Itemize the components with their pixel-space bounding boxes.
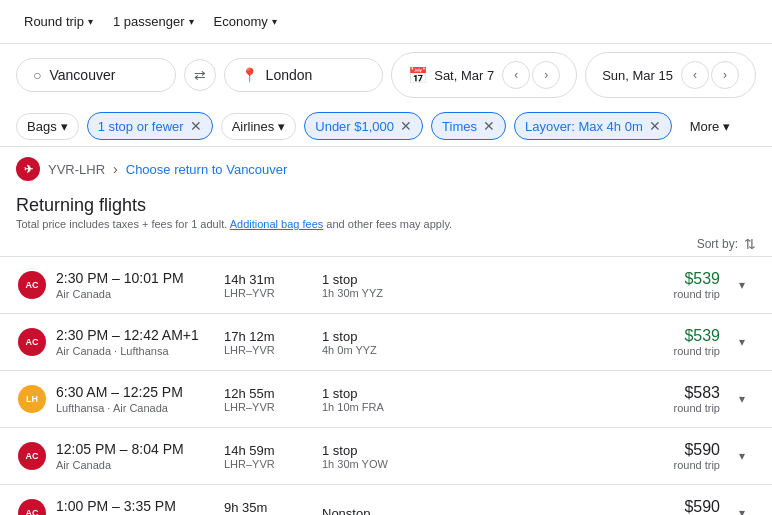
airline-names: Lufthansa · Air Canada bbox=[56, 402, 216, 414]
breadcrumb-code-label: YVR-LHR bbox=[48, 162, 105, 177]
flight-stops: 1 stop 1h 30m YOW bbox=[322, 443, 442, 470]
flight-stops: 1 stop 1h 10m FRA bbox=[322, 386, 442, 413]
depart-date-nav: ‹ › bbox=[502, 61, 560, 89]
return-date-label: Sun, Mar 15 bbox=[602, 68, 673, 83]
breadcrumb-separator: › bbox=[113, 161, 118, 177]
flight-row[interactable]: LH 6:30 AM – 12:25 PM Lufthansa · Air Ca… bbox=[0, 371, 772, 428]
stops-text: 1 stop bbox=[322, 329, 442, 344]
stops-detail: 1h 30m YOW bbox=[322, 458, 442, 470]
filter-times[interactable]: Times ✕ bbox=[431, 112, 506, 140]
cabin-class-chevron: ▾ bbox=[272, 16, 277, 27]
filter-price-close[interactable]: ✕ bbox=[400, 118, 412, 134]
filter-airlines-chevron: ▾ bbox=[278, 119, 285, 134]
return-next-button[interactable]: › bbox=[711, 61, 739, 89]
flight-row[interactable]: AC 1:00 PM – 3:35 PM Air Canada · Luftha… bbox=[0, 485, 772, 515]
duration-text: 14h 31m bbox=[224, 272, 314, 287]
expand-button[interactable]: ▾ bbox=[728, 385, 756, 413]
passengers-button[interactable]: 1 passenger ▾ bbox=[105, 8, 202, 35]
filter-airlines-label: Airlines bbox=[232, 119, 275, 134]
flight-price: $590 round trip bbox=[450, 498, 720, 515]
time-range: 6:30 AM – 12:25 PM bbox=[56, 384, 216, 400]
expand-button[interactable]: ▾ bbox=[728, 271, 756, 299]
destination-input[interactable]: 📍 London bbox=[224, 58, 384, 92]
filter-layover-close[interactable]: ✕ bbox=[649, 118, 661, 134]
price-amount: $539 bbox=[450, 270, 720, 288]
more-filters-chevron: ▾ bbox=[723, 119, 730, 134]
filter-stops-close[interactable]: ✕ bbox=[190, 118, 202, 134]
expand-button[interactable]: ▾ bbox=[728, 442, 756, 470]
swap-button[interactable]: ⇄ bbox=[184, 59, 216, 91]
section-header: Returning flights Total price includes t… bbox=[0, 191, 772, 232]
destination-pin-icon: 📍 bbox=[241, 67, 258, 83]
flight-duration: 14h 31m LHR–YVR bbox=[224, 272, 314, 299]
calendar-icon: 📅 bbox=[408, 66, 428, 85]
depart-date-button[interactable]: 📅 Sat, Mar 7 ‹ › bbox=[391, 52, 577, 98]
passengers-label: 1 passenger bbox=[113, 14, 185, 29]
filter-stops[interactable]: 1 stop or fewer ✕ bbox=[87, 112, 213, 140]
filter-times-close[interactable]: ✕ bbox=[483, 118, 495, 134]
flight-price: $539 round trip bbox=[450, 327, 720, 357]
breadcrumb: ✈ YVR-LHR › Choose return to Vancouver bbox=[0, 147, 772, 191]
filter-bags[interactable]: Bags ▾ bbox=[16, 113, 79, 140]
chevron-down-icon: ▾ bbox=[739, 392, 745, 406]
price-type: round trip bbox=[450, 459, 720, 471]
filter-price[interactable]: Under $1,000 ✕ bbox=[304, 112, 423, 140]
return-date-button[interactable]: Sun, Mar 15 ‹ › bbox=[585, 52, 756, 98]
airline-logo: AC bbox=[18, 499, 46, 515]
duration-text: 12h 55m bbox=[224, 386, 314, 401]
trip-type-button[interactable]: Round trip ▾ bbox=[16, 8, 101, 35]
airline-names: Air Canada bbox=[56, 459, 216, 471]
more-filters-button[interactable]: More ▾ bbox=[680, 114, 741, 139]
stops-text: 1 stop bbox=[322, 443, 442, 458]
price-amount: $590 bbox=[450, 498, 720, 515]
price-amount: $539 bbox=[450, 327, 720, 345]
flight-duration: 9h 35m LHR–YVR bbox=[224, 500, 314, 516]
flight-price: $583 round trip bbox=[450, 384, 720, 414]
chevron-down-icon: ▾ bbox=[739, 278, 745, 292]
filter-price-label: Under $1,000 bbox=[315, 119, 394, 134]
return-date-nav: ‹ › bbox=[681, 61, 739, 89]
origin-dot-icon: ○ bbox=[33, 67, 41, 83]
cabin-class-button[interactable]: Economy ▾ bbox=[206, 8, 285, 35]
flight-times: 2:30 PM – 10:01 PM Air Canada bbox=[56, 270, 216, 300]
breadcrumb-link[interactable]: Choose return to Vancouver bbox=[126, 162, 288, 177]
breadcrumb-airline-logo: ✈ bbox=[16, 157, 40, 181]
duration-text: 17h 12m bbox=[224, 329, 314, 344]
subtitle-text: Total price includes taxes + fees for 1 … bbox=[16, 218, 227, 230]
time-range: 2:30 PM – 12:42 AM+1 bbox=[56, 327, 216, 343]
origin-value: Vancouver bbox=[49, 67, 115, 83]
expand-button[interactable]: ▾ bbox=[728, 499, 756, 515]
airline-logo: AC bbox=[18, 442, 46, 470]
expand-button[interactable]: ▾ bbox=[728, 328, 756, 356]
depart-next-button[interactable]: › bbox=[532, 61, 560, 89]
sort-row: Sort by: ⇅ bbox=[0, 232, 772, 256]
time-range: 1:00 PM – 3:35 PM bbox=[56, 498, 216, 514]
filter-airlines[interactable]: Airlines ▾ bbox=[221, 113, 297, 140]
flight-stops: 1 stop 1h 30m YYZ bbox=[322, 272, 442, 299]
return-prev-button[interactable]: ‹ bbox=[681, 61, 709, 89]
stops-detail: 1h 10m FRA bbox=[322, 401, 442, 413]
sort-icon[interactable]: ⇅ bbox=[744, 236, 756, 252]
section-subtitle: Total price includes taxes + fees for 1 … bbox=[16, 218, 756, 230]
flight-price: $590 round trip bbox=[450, 441, 720, 471]
flight-row[interactable]: AC 2:30 PM – 10:01 PM Air Canada 14h 31m… bbox=[0, 257, 772, 314]
trip-type-label: Round trip bbox=[24, 14, 84, 29]
flight-row[interactable]: AC 2:30 PM – 12:42 AM+1 Air Canada · Luf… bbox=[0, 314, 772, 371]
more-filters-label: More bbox=[690, 119, 720, 134]
origin-input[interactable]: ○ Vancouver bbox=[16, 58, 176, 92]
airline-logo-container: AC bbox=[16, 269, 48, 301]
route-text: LHR–YVR bbox=[224, 458, 314, 470]
airline-logo-container: AC bbox=[16, 326, 48, 358]
filter-bags-chevron: ▾ bbox=[61, 119, 68, 134]
flight-times: 1:00 PM – 3:35 PM Air Canada · Lufthansa bbox=[56, 498, 216, 515]
depart-prev-button[interactable]: ‹ bbox=[502, 61, 530, 89]
flight-row[interactable]: AC 12:05 PM – 8:04 PM Air Canada 14h 59m… bbox=[0, 428, 772, 485]
filter-stops-label: 1 stop or fewer bbox=[98, 119, 184, 134]
stops-text: Nonstop bbox=[322, 506, 442, 516]
price-type: round trip bbox=[450, 345, 720, 357]
filter-layover[interactable]: Layover: Max 4h 0m ✕ bbox=[514, 112, 672, 140]
time-range: 12:05 PM – 8:04 PM bbox=[56, 441, 216, 457]
airline-names: Air Canada bbox=[56, 288, 216, 300]
additional-bag-fees-link[interactable]: Additional bag fees bbox=[230, 218, 324, 230]
flight-duration: 12h 55m LHR–YVR bbox=[224, 386, 314, 413]
